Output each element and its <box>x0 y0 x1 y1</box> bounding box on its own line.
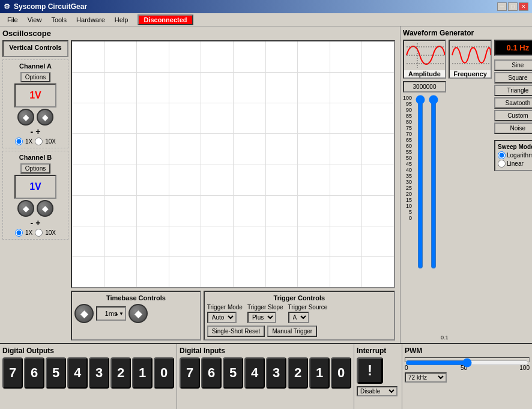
pwm-title: PWM <box>405 347 530 355</box>
channel-b-options[interactable]: Options <box>20 163 50 174</box>
frequency-label: Frequency <box>450 70 491 77</box>
channel-a-label: Channel A <box>19 62 52 70</box>
timebase-knob-left[interactable]: ◆ <box>74 304 94 323</box>
sweep-mode-box: Sweep Mode: Logarithmic Linear <box>494 140 532 171</box>
interrupt-button[interactable]: ! <box>357 357 383 384</box>
trigger-slope-select[interactable]: Plus <box>247 312 276 323</box>
amplitude-scale: 10095908580 7570656055 5045403530 252015… <box>403 95 412 341</box>
digital-in-5[interactable]: 5 <box>223 357 243 389</box>
frequency-slider[interactable] <box>428 95 440 269</box>
digital-in-3[interactable]: 3 <box>266 357 286 389</box>
trigger-source-label: Trigger Source <box>288 304 328 311</box>
channel-a-voltage: 1V <box>29 90 41 101</box>
linear-option[interactable]: Linear <box>498 160 532 168</box>
digital-in-2[interactable]: 2 <box>288 357 308 389</box>
trigger-mode-select[interactable]: Auto <box>207 312 237 323</box>
hz-display: 0.1 Hz <box>494 40 532 56</box>
channel-a-10x-radio[interactable] <box>35 138 43 145</box>
waveform-generator-title: Waveform Generator <box>403 29 530 37</box>
channel-b-10x-label: 10X <box>45 229 56 236</box>
triangle-button[interactable]: Triangle <box>494 85 532 96</box>
logarithmic-option[interactable]: Logarithmic <box>498 151 532 159</box>
trigger-title: Trigger Controls <box>207 294 391 301</box>
pwm-panel: PWM 0 50 100 72 kHz <box>402 344 532 409</box>
digital-out-1[interactable]: 1 <box>132 357 153 389</box>
freq-bottom-value: 0.1 <box>441 335 449 341</box>
oscilloscope-section: Oscilloscope Vertical Controls Channel A… <box>0 26 400 343</box>
digital-outputs-panel: Digital Outputs 7 6 5 4 3 2 1 0 <box>0 344 177 409</box>
menu-tools[interactable]: Tools <box>46 15 71 25</box>
menu-file[interactable]: File <box>2 15 23 25</box>
menu-view[interactable]: View <box>23 15 47 25</box>
sine-button[interactable]: Sine <box>494 59 532 71</box>
channel-b-voltage: 1V <box>29 181 41 192</box>
channel-a-knob-left[interactable]: ◆ <box>17 109 34 126</box>
digital-in-1[interactable]: 1 <box>309 357 330 389</box>
single-shot-button[interactable]: Single-Shot Reset <box>207 326 265 337</box>
close-button[interactable]: ✕ <box>519 2 528 11</box>
app-icon: ⚙ <box>4 2 10 11</box>
waveform-generator-section: Waveform Generator <box>400 26 532 343</box>
channel-b-knob-right[interactable]: ◆ <box>37 200 53 217</box>
linear-radio[interactable] <box>498 160 506 168</box>
pwm-slider[interactable] <box>405 358 529 368</box>
amplitude-slider[interactable] <box>414 95 426 269</box>
channel-a-minus: - <box>31 127 34 136</box>
channel-a-knob-right[interactable]: ◆ <box>37 109 53 126</box>
digital-out-6[interactable]: 6 <box>24 357 44 389</box>
timebase-display: 1ms ▲▼ <box>96 306 126 321</box>
channel-b-10x-radio[interactable] <box>35 229 43 237</box>
oscilloscope-grid <box>71 40 395 288</box>
channel-a-1x-label: 1X <box>25 138 32 145</box>
amplitude-thumbnail[interactable]: Amplitude <box>403 40 446 79</box>
digital-out-3[interactable]: 3 <box>89 357 109 389</box>
digital-out-7[interactable]: 7 <box>2 357 23 389</box>
digital-in-0[interactable]: 0 <box>331 357 351 389</box>
pwm-freq-select[interactable]: 72 kHz <box>405 372 447 383</box>
app-title: Syscomp CircuitGear <box>14 2 87 11</box>
menu-bar: File View Tools Hardware Help Disconnect… <box>0 13 532 26</box>
trigger-controls: Trigger Controls Trigger Mode Auto Trigg… <box>204 291 395 341</box>
menu-help[interactable]: Help <box>110 15 133 25</box>
vertical-controls-title: Vertical Controls <box>6 44 65 51</box>
oscilloscope-title: Oscilloscope <box>2 29 397 38</box>
digital-out-4[interactable]: 4 <box>67 357 88 389</box>
maximize-button[interactable]: □ <box>508 2 518 11</box>
digital-outputs-title: Digital Outputs <box>2 347 174 355</box>
vertical-controls: Vertical Controls Channel A Options 1V ◆… <box>2 40 68 341</box>
connection-button[interactable]: Disconnected <box>138 14 193 25</box>
channel-b-minus: - <box>31 218 34 228</box>
channel-b-label: Channel B <box>19 154 52 161</box>
digital-out-2[interactable]: 2 <box>110 357 131 389</box>
digital-in-6[interactable]: 6 <box>201 357 222 389</box>
interrupt-select[interactable]: Disable <box>357 386 397 396</box>
minimize-button[interactable]: ─ <box>497 2 507 11</box>
channel-a-10x-label: 10X <box>45 138 56 145</box>
timebase-title: Timebase Controls <box>74 294 198 301</box>
logarithmic-radio[interactable] <box>498 151 506 159</box>
title-bar: ⚙ Syscomp CircuitGear ─ □ ✕ <box>0 0 532 13</box>
channel-b-knob-left[interactable]: ◆ <box>17 200 34 217</box>
sawtooth-button[interactable]: Sawtooth <box>494 97 532 109</box>
manual-trigger-button[interactable]: Manual Trigger <box>267 326 317 337</box>
frequency-input[interactable] <box>403 81 446 92</box>
digital-out-5[interactable]: 5 <box>46 357 66 389</box>
timebase-knob-right[interactable]: ◆ <box>128 304 148 323</box>
trigger-source-select[interactable]: A <box>288 312 309 323</box>
channel-a-options[interactable]: Options <box>20 72 50 82</box>
channel-b-plus: + <box>35 218 40 228</box>
channel-a-1x-radio[interactable] <box>15 138 23 145</box>
digital-out-0[interactable]: 0 <box>154 357 174 389</box>
channel-b-1x-radio[interactable] <box>15 229 23 237</box>
digital-in-4[interactable]: 4 <box>244 357 265 389</box>
digital-inputs-panel: Digital Inputs 7 6 5 4 3 2 1 0 <box>177 344 354 409</box>
custom-button[interactable]: Custom <box>494 110 532 121</box>
noise-button[interactable]: Noise <box>494 123 532 134</box>
amplitude-label: Amplitude <box>404 70 445 77</box>
square-button[interactable]: Square <box>494 72 532 83</box>
channel-a-plus: + <box>35 127 40 136</box>
digital-in-7[interactable]: 7 <box>180 357 200 389</box>
pwm-track <box>405 357 530 362</box>
frequency-thumbnail[interactable]: Frequency <box>449 40 492 79</box>
menu-hardware[interactable]: Hardware <box>71 15 110 25</box>
